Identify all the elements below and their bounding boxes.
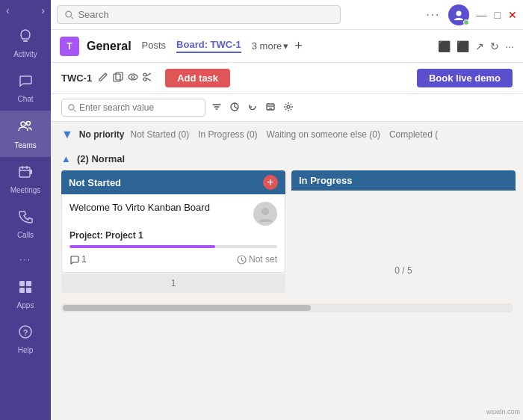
watermark: wsxdn.com — [486, 408, 520, 416]
sidebar-item-chat[interactable]: Chat — [0, 66, 51, 111]
no-priority-row: ▼ No priority Not Started (0) In Progres… — [51, 122, 523, 147]
book-demo-button[interactable]: Book live demo — [417, 69, 513, 87]
filter-icons — [211, 102, 294, 114]
calls-label: Calls — [17, 231, 34, 239]
status-not-started: Not Started (0) — [131, 129, 190, 140]
card-avatar-0 — [253, 202, 277, 226]
col-footer-in-progress: 0 / 5 — [291, 191, 516, 280]
add-task-button[interactable]: Add task — [165, 69, 230, 87]
app-container: ‹ › Activity Chat Teams — [0, 0, 523, 420]
svg-rect-4 — [30, 170, 32, 174]
svg-point-11 — [66, 11, 72, 17]
status-completed: Completed ( — [389, 129, 438, 140]
sidebar: ‹ › Activity Chat Teams — [0, 0, 51, 420]
channel-action-1[interactable]: ⬛ — [438, 40, 451, 52]
help-icon: ? — [18, 324, 33, 343]
svg-rect-0 — [23, 40, 28, 42]
col-title-in-progress: In Progress — [299, 175, 353, 186]
horizontal-scrollbar[interactable] — [61, 303, 513, 312]
card-title-0: Welcome To Virto Kanban Board — [69, 202, 253, 213]
title-bar: ··· — □ ✕ — [51, 0, 523, 30]
settings-button[interactable] — [283, 102, 294, 114]
channel-action-link[interactable]: ↗ — [475, 40, 484, 52]
meetings-icon — [18, 164, 33, 183]
sidebar-item-calls[interactable]: Calls — [0, 202, 51, 247]
nav-arrows: ‹ › — [0, 0, 51, 21]
search-box[interactable] — [57, 5, 341, 24]
svg-point-2 — [27, 122, 31, 126]
minimize-button[interactable]: — — [477, 9, 487, 21]
search-input[interactable] — [78, 9, 332, 20]
section-icon: ▲ — [61, 153, 71, 164]
nav-back-button[interactable]: ‹ — [6, 4, 10, 16]
apps-label: Apps — [17, 301, 34, 309]
status-waiting: Waiting on someone else (0) — [267, 129, 380, 140]
svg-point-15 — [129, 74, 137, 80]
title-bar-right: ··· — □ ✕ — [426, 4, 517, 25]
sidebar-item-meetings[interactable]: Meetings — [0, 157, 51, 202]
channel-action-2[interactable]: ⬛ — [457, 40, 469, 52]
sidebar-item-teams[interactable]: Teams — [0, 111, 51, 157]
toolbar-icons — [98, 72, 153, 84]
help-label: Help — [18, 346, 34, 354]
more-icon: ··· — [19, 254, 31, 265]
card-due-0: Not set — [237, 254, 277, 265]
card-project-0: Project: Project 1 — [69, 230, 277, 241]
col-footer-not-started: 1 — [61, 274, 285, 293]
priority-statuses: Not Started (0) In Progress (0) Waiting … — [131, 129, 439, 140]
export-button[interactable] — [265, 102, 276, 114]
status-in-progress: In Progress (0) — [198, 129, 257, 140]
calls-icon — [18, 209, 33, 228]
sidebar-item-apps[interactable]: Apps — [0, 272, 51, 317]
filter-search-input[interactable] — [79, 102, 199, 113]
channel-action-refresh[interactable]: ↻ — [490, 40, 499, 52]
kanban-container: TWC-1 Add task Book live d — [51, 63, 523, 420]
channel-action-more[interactable]: ··· — [505, 40, 514, 52]
kanban-columns: Not Started + Welcome To Virto Kanban Bo… — [51, 170, 523, 303]
sidebar-item-help[interactable]: ? Help — [0, 317, 51, 362]
svg-rect-3 — [19, 167, 30, 177]
card-footer-0: 1 Not set — [69, 254, 277, 265]
svg-point-17 — [143, 73, 146, 76]
svg-rect-5 — [19, 281, 25, 286]
col-header-not-started: Not Started + — [61, 170, 285, 194]
teams-label: Teams — [14, 141, 36, 149]
filter-search-box[interactable] — [61, 99, 205, 117]
activity-label: Activity — [13, 50, 37, 58]
sidebar-item-more[interactable]: ··· — [0, 247, 51, 272]
svg-point-19 — [69, 105, 74, 110]
filter-dropdown-button[interactable] — [211, 102, 222, 114]
pie-chart-button[interactable] — [229, 102, 240, 114]
teams-icon — [17, 118, 34, 138]
channel-name: General — [87, 40, 131, 53]
svg-text:?: ? — [23, 328, 28, 337]
edit-icon-button[interactable] — [98, 72, 108, 84]
sidebar-item-activity[interactable]: Activity — [0, 21, 51, 66]
undo-button[interactable] — [247, 102, 258, 114]
avatar — [448, 4, 469, 25]
meetings-label: Meetings — [10, 186, 41, 194]
close-button[interactable]: ✕ — [508, 9, 517, 21]
card-comment-0: 1 — [69, 254, 87, 265]
maximize-button[interactable]: □ — [495, 9, 501, 21]
add-tab-button[interactable]: + — [294, 38, 303, 54]
more-options-button[interactable]: ··· — [426, 8, 440, 22]
svg-rect-21 — [267, 104, 274, 110]
tab-posts[interactable]: Posts — [142, 40, 167, 52]
svg-point-22 — [287, 105, 290, 108]
tab-more[interactable]: 3 more ▾ — [252, 40, 288, 52]
tab-board[interactable]: Board: TWC-1 — [176, 39, 241, 53]
scissors-icon-button[interactable] — [143, 72, 153, 84]
col-add-button-not-started[interactable]: + — [263, 175, 278, 190]
channel-icon: T — [60, 37, 79, 56]
no-priority-label: No priority — [79, 129, 125, 140]
svg-point-23 — [262, 208, 269, 215]
eye-icon-button[interactable] — [128, 72, 138, 84]
channel-actions: ⬛ ⬛ ↗ ↻ ··· — [438, 40, 514, 52]
svg-point-18 — [143, 78, 146, 81]
nav-forward-button[interactable]: › — [41, 4, 45, 16]
svg-rect-6 — [26, 281, 31, 286]
column-not-started: Not Started + Welcome To Virto Kanban Bo… — [61, 170, 285, 293]
copy-icon-button[interactable] — [113, 72, 123, 84]
card-header-0: Welcome To Virto Kanban Board — [69, 202, 277, 226]
